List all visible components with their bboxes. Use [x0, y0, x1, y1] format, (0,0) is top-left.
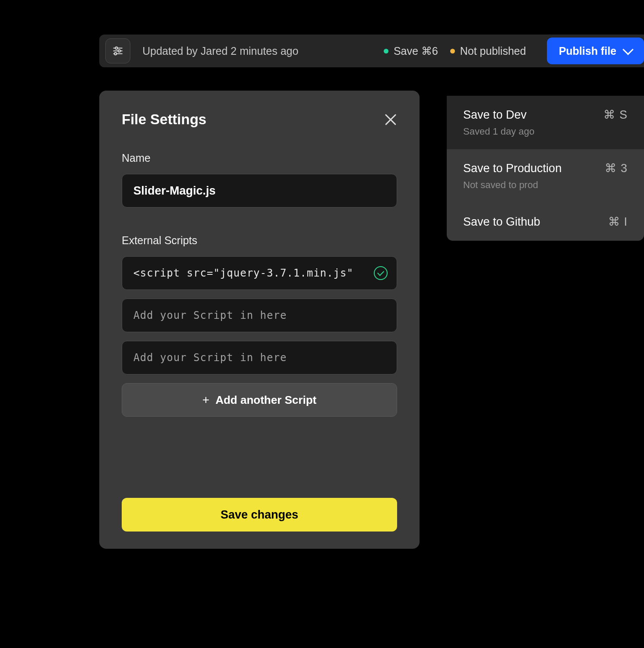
close-icon[interactable] — [384, 113, 397, 126]
dropdown-shortcut: ⌘ S — [603, 108, 628, 122]
panel-title: File Settings — [122, 111, 206, 128]
plus-icon: + — [202, 393, 209, 407]
status-dot-green-icon — [384, 49, 388, 53]
svg-point-1 — [115, 47, 117, 49]
updated-by-text: Updated by Jared 2 minutes ago — [142, 45, 372, 57]
publish-status: Not published — [450, 45, 526, 57]
dropdown-item-save-prod[interactable]: Save to Production ⌘ 3 Not saved to prod — [447, 149, 644, 203]
dropdown-shortcut: ⌘ I — [608, 215, 628, 229]
svg-point-5 — [114, 53, 117, 55]
script-input-2[interactable] — [122, 299, 397, 332]
publish-file-label: Publish file — [559, 45, 616, 57]
file-name-input[interactable] — [122, 174, 397, 208]
dropdown-item-sub: Saved 1 day ago — [463, 126, 628, 137]
name-label: Name — [122, 152, 397, 164]
dropdown-item-save-github[interactable]: Save to Github ⌘ I — [447, 203, 644, 241]
publish-file-button[interactable]: Publish file — [547, 38, 644, 64]
script-row — [122, 299, 397, 332]
save-status-label: Save ⌘6 — [394, 45, 438, 57]
script-row — [122, 341, 397, 374]
file-settings-panel: File Settings Name External Scripts + Ad… — [99, 91, 420, 549]
status-dot-amber-icon — [450, 49, 455, 53]
dropdown-shortcut: ⌘ 3 — [605, 161, 628, 175]
chevron-down-icon — [622, 44, 633, 55]
dropdown-item-title: Save to Github — [463, 215, 540, 229]
script-input-1[interactable] — [122, 256, 397, 290]
publish-dropdown: Save to Dev ⌘ S Saved 1 day ago Save to … — [447, 96, 644, 241]
external-scripts-label: External Scripts — [122, 234, 397, 247]
add-script-button[interactable]: + Add another Script — [122, 383, 397, 417]
settings-sliders-icon[interactable] — [105, 38, 130, 63]
save-status: Save ⌘6 — [384, 45, 438, 57]
save-changes-button[interactable]: Save changes — [122, 498, 397, 532]
script-input-3[interactable] — [122, 341, 397, 374]
dropdown-item-title: Save to Dev — [463, 108, 527, 122]
dropdown-item-save-dev[interactable]: Save to Dev ⌘ S Saved 1 day ago — [447, 96, 644, 149]
svg-point-3 — [118, 50, 120, 52]
publish-status-label: Not published — [460, 45, 526, 57]
add-script-label: Add another Script — [215, 393, 316, 407]
dropdown-item-title: Save to Production — [463, 162, 562, 175]
check-circle-icon — [374, 266, 388, 280]
script-row — [122, 256, 397, 290]
dropdown-item-sub: Not saved to prod — [463, 179, 628, 191]
top-bar: Updated by Jared 2 minutes ago Save ⌘6 N… — [99, 35, 644, 67]
